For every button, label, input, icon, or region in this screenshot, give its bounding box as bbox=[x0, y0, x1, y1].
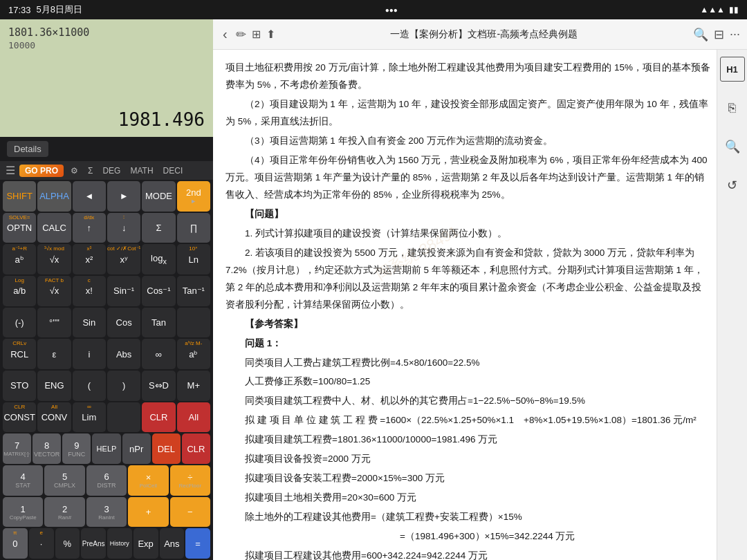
back-button[interactable]: ‹ bbox=[220, 26, 230, 42]
key-7[interactable]: 7 MATRIX[·]· bbox=[3, 433, 31, 464]
menu-icon[interactable]: ☰ bbox=[6, 164, 15, 177]
main-area: 1801.36×11000 10000 1981.496 Details ☰ G… bbox=[0, 19, 747, 560]
abs-key[interactable]: Abs bbox=[107, 339, 140, 369]
copy-icon[interactable]: ⎘ bbox=[720, 95, 745, 120]
neg-key[interactable]: (-) bbox=[3, 308, 36, 338]
shift-key[interactable]: SHIFT bbox=[3, 181, 36, 212]
answer-9: 除土地外的工程建设其他费用=（建筑工程费+安装工程费）×15% bbox=[225, 509, 711, 526]
sigma-key[interactable]: Σ bbox=[142, 213, 175, 243]
all-key-8[interactable]: All bbox=[177, 402, 210, 433]
share-icon[interactable]: ⬆ bbox=[266, 28, 275, 41]
math-label[interactable]: MATH bbox=[127, 165, 156, 177]
exp-key[interactable]: Exp bbox=[133, 528, 158, 559]
alpha-key[interactable]: ALPHA bbox=[37, 181, 71, 212]
multiply-key[interactable]: × PolCeil bbox=[128, 465, 168, 496]
ans-key[interactable]: Ans bbox=[160, 528, 185, 559]
square-key[interactable]: x³x² bbox=[73, 244, 106, 274]
sqrtb-key[interactable]: FACT b√x bbox=[37, 276, 71, 306]
ab-z-key[interactable]: aᵇ/z M-aᵇ bbox=[177, 339, 210, 369]
m-plus-key[interactable]: M+ bbox=[177, 371, 210, 401]
decimal-key[interactable]: e · bbox=[29, 528, 54, 559]
key-9[interactable]: 9 FUNC bbox=[62, 433, 91, 464]
key-row-12: π 0 e · % PreAns History Exp Ans = bbox=[3, 528, 210, 559]
key-8[interactable]: 8 VECTOR bbox=[33, 433, 61, 464]
optn-key[interactable]: SOLVE= OPTN bbox=[3, 213, 36, 243]
sd-key[interactable]: S⇔D bbox=[142, 371, 175, 401]
deg-label[interactable]: DEG bbox=[100, 165, 123, 177]
clr-key-8[interactable]: CLR bbox=[142, 402, 175, 433]
sigma-icon[interactable]: Σ bbox=[85, 165, 95, 177]
sqrt-key[interactable]: ³√x mod√x bbox=[37, 244, 71, 274]
header-more-icon[interactable]: ··· bbox=[730, 27, 740, 41]
right-arrow-key[interactable]: ► bbox=[107, 181, 140, 212]
edit-icon[interactable]: ✏ bbox=[236, 27, 246, 42]
2nd-key[interactable]: 2nd► bbox=[177, 181, 210, 212]
help-key[interactable]: HELP bbox=[92, 433, 120, 464]
lim-key[interactable]: ∞Lim bbox=[73, 402, 106, 433]
calc-keys: SHIFT ALPHA ◄ ► MODE 2nd► SOLVE= OPTN CA… bbox=[0, 180, 213, 560]
h1-button[interactable]: H1 bbox=[720, 57, 745, 82]
key-6[interactable]: 6 DISTR bbox=[86, 465, 127, 496]
xy-key[interactable]: cot ✓/✗Cot⁻¹xʸ bbox=[107, 244, 140, 274]
doc-scroll-inner[interactable]: 闽系统 38491 项目土地征积费用按 20 万元/亩计算，除土地外附工程建设其… bbox=[213, 50, 747, 560]
factorial-key[interactable]: cx! bbox=[73, 276, 106, 306]
close-paren-key[interactable]: ) bbox=[107, 371, 140, 401]
conv-key[interactable]: AllCONV bbox=[37, 402, 71, 433]
answer-1: 同类项目人工费占建筑工程费比例=4.5×80/1600=22.5% bbox=[225, 355, 711, 372]
header-search-icon[interactable]: 🔍 bbox=[693, 27, 708, 42]
cos-inv-key[interactable]: Cos⁻¹ bbox=[142, 276, 175, 306]
imaginary-key[interactable]: i bbox=[73, 339, 106, 369]
epsilon-key[interactable]: ε bbox=[37, 339, 71, 369]
plus-key[interactable]: + bbox=[128, 497, 168, 528]
sin-key[interactable]: Sin bbox=[73, 308, 106, 338]
ln-key[interactable]: 10ˣLn bbox=[177, 244, 210, 274]
minus-key[interactable]: − bbox=[170, 497, 210, 528]
del-key[interactable]: DEL bbox=[152, 433, 181, 464]
answer-10: 拟建项目工程建设其他费用=600+342.224=942.2244 万元 bbox=[225, 548, 711, 560]
tan-key[interactable]: Tan bbox=[142, 308, 175, 338]
divide-key[interactable]: ÷ RecFloor bbox=[170, 465, 210, 496]
deci-label[interactable]: DECI bbox=[160, 165, 186, 177]
rcl-key[interactable]: CRLvRCL bbox=[3, 339, 36, 369]
mode-key[interactable]: MODE bbox=[142, 181, 175, 212]
power-key[interactable]: a⁻¹+Raᵇ bbox=[3, 244, 36, 274]
sidebar-search-icon[interactable]: 🔍 bbox=[720, 134, 745, 159]
tan-inv-key[interactable]: Tan⁻¹ bbox=[177, 276, 210, 306]
key-5[interactable]: 5 CMPLX bbox=[44, 465, 84, 496]
details-button[interactable]: Details bbox=[7, 141, 48, 157]
key-3[interactable]: 3 RanInt bbox=[86, 497, 127, 528]
eng-key[interactable]: ENG bbox=[37, 371, 71, 401]
percent-key[interactable]: % bbox=[55, 528, 80, 559]
pi-key[interactable]: ∏ bbox=[177, 213, 210, 243]
gear-icon[interactable]: ⚙ bbox=[68, 165, 81, 177]
npr-key[interactable]: nPr bbox=[122, 433, 151, 464]
sin-inv-key[interactable]: Sin⁻¹ bbox=[107, 276, 140, 306]
infinity-key[interactable]: ∞ bbox=[142, 339, 175, 369]
left-arrow-key[interactable]: ◄ bbox=[73, 181, 106, 212]
key-2[interactable]: 2 Ran# bbox=[44, 497, 84, 528]
clr-key-9[interactable]: CLR bbox=[182, 433, 210, 464]
equals-key[interactable]: = bbox=[185, 528, 210, 559]
key-0[interactable]: π 0 bbox=[3, 528, 28, 559]
calc-key[interactable]: CALC bbox=[37, 213, 71, 243]
logx-key[interactable]: logx bbox=[142, 244, 175, 274]
degrees-key[interactable]: °''" bbox=[37, 308, 71, 338]
key-row-11: 1 CopyPaste 2 Ran# 3 RanInt + − bbox=[3, 497, 210, 528]
layer-icon[interactable]: ⊞ bbox=[252, 28, 261, 41]
history-key[interactable]: History bbox=[107, 528, 132, 559]
go-pro-badge[interactable]: GO PRO bbox=[19, 165, 64, 177]
preans-key[interactable]: PreAns bbox=[81, 528, 106, 559]
key-4[interactable]: 4 STAT bbox=[3, 465, 43, 496]
question-1: 1. 列式计算拟建项目的建设投资（计算结果保留两位小数）。 bbox=[225, 225, 711, 243]
answer-7: 拟建项目设备安装工程费=2000×15%=300 万元 bbox=[225, 470, 711, 487]
open-paren-key[interactable]: ( bbox=[73, 371, 106, 401]
ab-key[interactable]: Loga/b bbox=[3, 276, 36, 306]
key-1[interactable]: 1 CopyPaste bbox=[3, 497, 43, 528]
sto-key[interactable]: STO bbox=[3, 371, 36, 401]
header-bookmark-icon[interactable]: ⊟ bbox=[714, 27, 724, 42]
down-key[interactable]: ∶ ↓ bbox=[107, 213, 140, 243]
const-key[interactable]: CLRCONST bbox=[3, 402, 36, 433]
cos-key[interactable]: Cos bbox=[107, 308, 140, 338]
refresh-icon[interactable]: ↺ bbox=[720, 173, 745, 198]
up-key[interactable]: d/dx ↑ bbox=[73, 213, 106, 243]
